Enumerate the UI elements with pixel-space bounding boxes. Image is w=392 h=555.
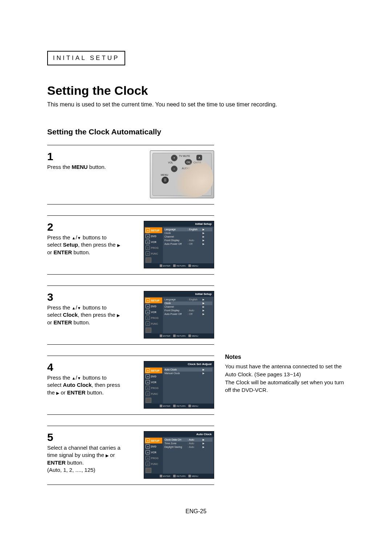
return-icon [173, 405, 176, 407]
osd-side-item: ✦SETUP [145, 368, 162, 373]
enter-icon [160, 264, 162, 267]
osd-side-icon: ✦ [146, 246, 150, 250]
osd-main: Language: English▶Clock▶Channel▶Front Di… [163, 297, 214, 333]
hand-illustration [170, 157, 214, 198]
menu-icon [188, 335, 191, 337]
vol-label: VOL [168, 161, 173, 164]
page-number: ENG-25 [47, 508, 345, 515]
down-icon [77, 374, 81, 381]
notes-column: Notes You must have the antenna connecte… [225, 145, 345, 496]
osd-footer: ENTERRETURNMENU [144, 263, 214, 268]
osd-row: Clock▶ [164, 301, 212, 305]
osd-row: Manual Clock▶ [164, 372, 212, 375]
osd-side-item: ✦DVD [145, 443, 162, 449]
down-icon [77, 234, 81, 240]
osd-side-icon: ✦ [146, 228, 150, 232]
menu-icon [188, 264, 191, 267]
step-5: 5 Select a channel that carries a time s… [47, 426, 214, 485]
step-number: 5 [47, 431, 134, 443]
osd-row: Clock▶ [164, 231, 212, 235]
osd-row: Auto Power Off: Off▶ [164, 242, 212, 246]
osd-title-icon [146, 258, 151, 263]
osd-side-icon: ✦ [146, 310, 150, 314]
osd-title-icon [146, 398, 151, 403]
osd-sidebar: ✦SETUP✦DVD✦VCR✦PROG✦FUNC [144, 437, 163, 474]
menu-button-icon: ☰ [162, 177, 169, 184]
osd-side-icon: ✦ [146, 438, 150, 443]
enter-icon [160, 405, 162, 407]
osd-footer: ENTERRETURNMENU [144, 474, 214, 478]
osd-row: Auto Clock▶ [164, 368, 212, 372]
osd-header: Initial Setup [144, 221, 214, 227]
osd-side-item: ✦DVD [145, 233, 162, 239]
step-text: Press the / buttons to select Auto Clock… [47, 374, 134, 396]
section-label: INITIAL SETUP [47, 51, 125, 65]
step-text: Press the / buttons to select Setup, the… [47, 234, 134, 256]
osd-screenshot: Clock Set /Adjust✦SETUP✦DVD✦VCR✦PROG✦FUN… [144, 361, 214, 409]
osd-sidebar: ✦SETUP✦DVD✦VCR✦PROG✦FUNC [144, 367, 163, 404]
osd-side-item: ✦FUNC [145, 321, 162, 327]
steps-column: 1 Press the MENU button. + − TV MUTE VOL… [47, 145, 214, 496]
osd-side-item: ✦VCR [145, 379, 162, 385]
osd-row: Auto Power Off: Off▶ [164, 312, 212, 316]
menu-icon [188, 475, 191, 477]
up-icon [72, 304, 76, 311]
step-4: 4 Press the / buttons to select Auto Clo… [47, 356, 214, 415]
osd-side-item: ✦PROG [145, 315, 162, 321]
osd-header: Auto Clock [144, 432, 214, 437]
osd-side-icon: ✦ [146, 444, 150, 449]
step-2: 2 Press the / buttons to select Setup, t… [47, 215, 214, 275]
enter-icon [160, 335, 162, 337]
osd-side-item: ✦VCR [145, 309, 162, 315]
osd-side-icon: ✦ [146, 304, 150, 308]
osd-sidebar: ✦SETUP✦DVD✦VCR✦PROG✦FUNC [144, 227, 163, 263]
osd-footer: ENTERRETURNMENU [144, 333, 214, 338]
right-icon [117, 312, 120, 318]
osd-side-icon: ✦ [146, 368, 150, 373]
osd-screenshot: Auto Clock✦SETUP✦DVD✦VCR✦PROG✦FUNCClock … [144, 431, 214, 479]
osd-side-icon: ✦ [146, 374, 150, 378]
menu-label: MENU [161, 174, 168, 176]
osd-side-icon: ✦ [146, 321, 150, 326]
osd-header: Clock Set /Adjust [144, 361, 214, 367]
osd-side-icon: ✦ [146, 251, 150, 256]
return-icon [173, 335, 176, 337]
osd-side-icon: ✦ [146, 316, 150, 320]
osd-row: Channel▶ [164, 235, 212, 239]
osd-side-item: ✦PROG [145, 385, 162, 391]
step-1: 1 Press the MENU button. + − TV MUTE VOL… [47, 145, 214, 204]
up-icon [72, 234, 76, 240]
osd-screenshot: Initial Setup✦SETUP✦DVD✦VCR✦PROG✦FUNCLan… [144, 291, 214, 339]
osd-side-item: ✦SETUP [145, 438, 162, 443]
osd-row: Front Display: Auto▶ [164, 239, 212, 242]
osd-side-icon: ✦ [146, 298, 150, 303]
osd-side-item: ✦VCR [145, 449, 162, 455]
step-text: Press the / buttons to select Clock, the… [47, 304, 134, 326]
intro-text: This menu is used to set the current tim… [47, 101, 345, 108]
remote-illustration: + − TV MUTE VOL OK CH/TR ∧ AUDIO MENU ☰ [150, 150, 214, 198]
return-icon [173, 264, 176, 267]
right-icon [117, 242, 120, 248]
osd-row: Clock Data CH: Auto▶ [164, 438, 212, 442]
osd-side-item: ✦FUNC [145, 251, 162, 256]
osd-side-icon: ✦ [146, 450, 150, 454]
osd-row: Time Zone: Auto▶ [164, 442, 212, 445]
step-number: 3 [47, 291, 134, 303]
notes-text: You must have the antenna connected to s… [225, 362, 345, 394]
osd-row: Language: English▶ [164, 228, 212, 231]
enter-icon [160, 475, 162, 477]
step-number: 2 [47, 221, 134, 233]
up-icon [72, 374, 76, 381]
osd-row: Front Display: Auto▶ [164, 309, 212, 312]
right-icon [56, 389, 59, 396]
osd-side-icon: ✦ [146, 380, 150, 384]
osd-side-item: ✦FUNC [145, 461, 162, 467]
osd-side-icon: ✦ [146, 392, 150, 396]
osd-title-icon [146, 328, 151, 333]
osd-side-icon: ✦ [146, 386, 150, 390]
osd-main: Clock Data CH: Auto▶Time Zone: Auto▶Dayl… [163, 437, 214, 474]
osd-main: Auto Clock▶Manual Clock▶ [163, 367, 214, 404]
notes-heading: Notes [225, 354, 345, 360]
osd-side-item: ✦FUNC [145, 391, 162, 397]
step-3: 3 Press the / buttons to select Clock, t… [47, 285, 214, 345]
